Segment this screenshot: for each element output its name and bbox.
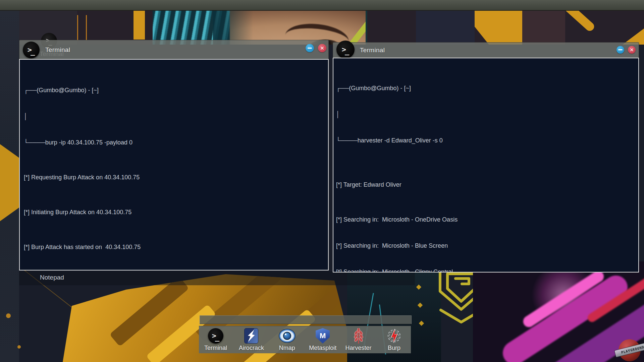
dock-item-nmap[interactable]: Nmap bbox=[270, 328, 304, 352]
dock-item-terminal[interactable]: >_ Terminal bbox=[199, 328, 232, 352]
terminal-icon: >_ bbox=[208, 328, 223, 344]
metasploit-icon: M bbox=[315, 328, 330, 344]
terminal-icon: >_ bbox=[336, 41, 355, 59]
wallpaper-shape bbox=[133, 10, 145, 40]
notepad-window[interactable]: Notepad bbox=[19, 271, 415, 285]
dock-label: Airocrack bbox=[239, 345, 264, 352]
terminal-window-right: >_ Terminal ✕ ┌──(Gumbo@Gumbo) - [~] │ └… bbox=[333, 42, 639, 273]
terminal-output-line: [*] Target: Edward Oliver bbox=[336, 180, 635, 189]
terminal-window-left: >_ Terminal ✕ ┌──(Gumbo@Gumbo) - [~] │ └… bbox=[19, 40, 329, 270]
prompt-line: │ bbox=[336, 110, 635, 119]
terminal-output-line: [*] Requesting Burp Attack on 40.34.100.… bbox=[24, 173, 325, 182]
terminal-output-line: [*] Searching in: Microsloth - OneDrive … bbox=[336, 215, 635, 224]
wallpaper-shape bbox=[562, 10, 596, 33]
right-terminal-content[interactable]: ┌──(Gumbo@Gumbo) - [~] │ └────harvester … bbox=[333, 58, 639, 273]
wallpaper-dot bbox=[6, 313, 11, 318]
desktop: Notepad >_ Terminal >_ Terminal ✕ ┌──(Gu… bbox=[0, 0, 644, 362]
dock-label: Burp bbox=[388, 345, 400, 352]
close-button[interactable]: ✕ bbox=[628, 46, 636, 54]
prompt-line: │ bbox=[24, 112, 325, 121]
dock-handle-strip bbox=[200, 315, 412, 324]
nmap-icon bbox=[279, 328, 295, 344]
prompt-line: ┌──(Gumbo@Gumbo) - [~] bbox=[336, 84, 635, 93]
wallpaper-dot bbox=[17, 345, 21, 349]
dock-item-metasploit[interactable]: M Metasploit bbox=[306, 328, 339, 352]
terminal-output-line: [*] Initiating Burp Attack on 40.34.100.… bbox=[24, 208, 325, 217]
minimize-button[interactable] bbox=[616, 46, 624, 54]
wallpaper-shape bbox=[213, 10, 253, 45]
wallpaper-top-band bbox=[0, 10, 644, 45]
minimize-button[interactable] bbox=[306, 44, 314, 52]
wallpaper-shape bbox=[86, 15, 87, 40]
left-terminal-titlebar[interactable]: >_ Terminal ✕ bbox=[19, 40, 329, 60]
dock-label: Terminal bbox=[204, 345, 227, 352]
wallpaper-gold-chip bbox=[418, 303, 423, 308]
window-title: Terminal bbox=[45, 46, 70, 54]
dock-item-airocrack[interactable]: Airocrack bbox=[234, 328, 268, 352]
terminal-icon: >_ bbox=[23, 42, 40, 58]
notepad-title: Notepad bbox=[40, 274, 64, 281]
wallpaper-shape bbox=[416, 10, 475, 45]
top-panel bbox=[0, 0, 644, 11]
terminal-output-line: [*] Searching in: Microsloth - Blue Scre… bbox=[336, 241, 635, 250]
wallpaper-gold-chip bbox=[419, 321, 424, 326]
wallpaper-shape bbox=[475, 10, 522, 45]
burp-icon bbox=[386, 328, 402, 344]
dock-label: Metasploit bbox=[309, 345, 336, 352]
dock-item-harvester[interactable]: Harvester bbox=[342, 328, 375, 352]
dock: >_ Terminal Airocrack Nmap M Metasploit bbox=[199, 326, 411, 353]
wallpaper-face bbox=[153, 10, 367, 45]
airocrack-icon bbox=[244, 328, 259, 344]
right-terminal-titlebar[interactable]: >_ Terminal ✕ bbox=[333, 42, 639, 58]
dock-item-burp[interactable]: Burp bbox=[377, 328, 411, 352]
wallpaper-shape bbox=[522, 10, 565, 45]
prompt-line: └────harvester -d Edward_Oliver -s 0 bbox=[336, 136, 635, 145]
close-button[interactable]: ✕ bbox=[318, 44, 326, 52]
playground-watermark: PLAYGROUND bbox=[616, 338, 644, 362]
left-terminal-content[interactable]: ┌──(Gumbo@Gumbo) - [~] │ └────burp -ip 4… bbox=[19, 59, 329, 270]
dock-label: Nmap bbox=[279, 345, 295, 352]
harvester-icon bbox=[351, 328, 366, 344]
wallpaper-gold-chip bbox=[416, 285, 422, 290]
terminal-output-line: [*] Burp Attack has started on 40.34.100… bbox=[24, 243, 325, 251]
prompt-line: └────burp -ip 40.34.100.75 -payload 0 bbox=[24, 138, 325, 147]
window-title: Terminal bbox=[360, 47, 385, 54]
wallpaper-shape bbox=[77, 15, 78, 40]
wallpaper-shape bbox=[366, 10, 367, 45]
terminal-output-line: [*] Searching in: Microsloth - Clippy Ce… bbox=[336, 267, 635, 273]
prompt-line: ┌──(Gumbo@Gumbo) - [~] bbox=[24, 86, 325, 95]
dock-label: Harvester bbox=[345, 345, 372, 352]
